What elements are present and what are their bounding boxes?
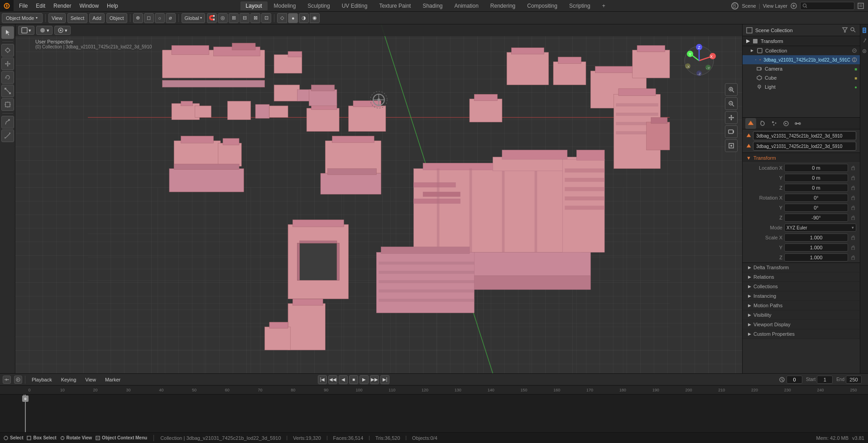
prop-icon-particles[interactable] bbox=[769, 118, 780, 129]
outliner-3dbag-item[interactable]: 3dbag_v21031_7425c21b_lod22_3d_591C bbox=[743, 55, 860, 64]
menu-edit[interactable]: Edit bbox=[32, 2, 49, 10]
menu-window[interactable]: Window bbox=[76, 2, 102, 10]
scale-x-lock[interactable] bbox=[850, 234, 856, 241]
outliner-camera-item[interactable]: Camera ■ bbox=[743, 64, 860, 73]
xray-btn[interactable]: ⊡ bbox=[261, 13, 271, 23]
tab-animation[interactable]: Animation bbox=[449, 1, 484, 10]
tl-keying-btn[interactable]: Keying bbox=[58, 376, 80, 383]
delta-transform-header[interactable]: ▶ Delta Transform bbox=[743, 263, 860, 272]
overlay-btn[interactable]: ⊠ bbox=[250, 13, 260, 23]
frame-all-btn[interactable] bbox=[725, 139, 738, 152]
tool-cursor[interactable] bbox=[1, 44, 14, 57]
rotation-y-field[interactable]: 0° bbox=[784, 204, 848, 212]
outliner-light-item[interactable]: Light ● bbox=[743, 82, 860, 91]
transform-pivot-btn[interactable]: ⊞ bbox=[229, 13, 239, 23]
play-btn[interactable]: ▶ bbox=[360, 375, 369, 384]
transform-section-header[interactable]: ▼ Transform bbox=[743, 153, 860, 163]
current-frame-input[interactable]: 0 bbox=[786, 376, 802, 384]
outliner-filter-btn[interactable] bbox=[842, 27, 848, 34]
object-name-field[interactable]: 3dbag_v21031_7425c21b_lod22_3d_5910 bbox=[753, 131, 856, 140]
start-frame-input[interactable]: 1 bbox=[817, 376, 833, 384]
viewport-3d[interactable]: ▾ ▾ ▾ User Perspective (0) Collection | … bbox=[15, 24, 742, 373]
prop-icon-physics[interactable] bbox=[781, 118, 791, 129]
view-layer-name[interactable]: View Layer bbox=[763, 3, 787, 9]
outliner-cube-item[interactable]: Cube ■ bbox=[743, 73, 860, 82]
search-bar[interactable] bbox=[800, 2, 854, 10]
stop-btn[interactable]: ■ bbox=[349, 375, 358, 384]
instancing-header[interactable]: ▶ Instancing bbox=[743, 291, 860, 300]
tab-add[interactable]: + bbox=[597, 1, 611, 10]
scene-name[interactable]: Scene bbox=[742, 3, 756, 9]
timeline-type-btn[interactable] bbox=[3, 376, 11, 384]
tab-layout[interactable]: Layout bbox=[240, 1, 268, 10]
location-z-field[interactable]: 0 m bbox=[784, 184, 848, 192]
location-x-field[interactable]: 0 m bbox=[784, 164, 848, 172]
next-keyframe-btn[interactable]: ▶▶ bbox=[370, 375, 379, 384]
looksdev-btn[interactable]: ◑ bbox=[299, 13, 309, 23]
tool-transform[interactable] bbox=[1, 98, 14, 111]
end-frame-input[interactable]: 250 bbox=[846, 376, 862, 384]
right-icon-view[interactable] bbox=[861, 46, 868, 56]
prop-icon-constraints[interactable] bbox=[792, 118, 803, 129]
rendered-btn[interactable]: ◉ bbox=[310, 13, 320, 23]
tool-measure[interactable] bbox=[1, 129, 14, 142]
snap-btn[interactable]: 🧲 bbox=[207, 13, 217, 23]
right-icon-item[interactable] bbox=[861, 25, 868, 35]
viewport-display-header[interactable]: ▶ Viewport Display bbox=[743, 320, 860, 329]
timeline-scrubber[interactable]: 0 bbox=[0, 395, 868, 432]
cursor-tool-btn[interactable]: ⊕ bbox=[133, 13, 143, 23]
tool-select[interactable] bbox=[1, 26, 14, 39]
global-transform-btn[interactable]: Global ▾ bbox=[182, 13, 206, 23]
scale-z-field[interactable]: 1.000 bbox=[784, 253, 848, 262]
add-menu-btn[interactable]: Add bbox=[89, 13, 105, 23]
view-type-btn[interactable]: ▾ bbox=[18, 26, 34, 35]
collections-header[interactable]: ▶ Collections bbox=[743, 282, 860, 291]
location-y-lock[interactable] bbox=[850, 175, 856, 181]
viewport-shading-btn[interactable]: ▾ bbox=[36, 26, 53, 35]
rotation-x-lock[interactable] bbox=[850, 195, 856, 201]
motion-paths-header[interactable]: ▶ Motion Paths bbox=[743, 301, 860, 310]
snapping-options-btn[interactable]: ⊟ bbox=[240, 13, 249, 23]
tab-scripting[interactable]: Scripting bbox=[564, 1, 596, 10]
tl-marker-btn[interactable]: Marker bbox=[101, 376, 124, 383]
scale-z-lock[interactable] bbox=[850, 254, 856, 261]
tool-annotate[interactable] bbox=[1, 116, 14, 129]
camera-view-btn[interactable] bbox=[725, 125, 738, 138]
object-menu-btn[interactable]: Object bbox=[106, 13, 127, 23]
prev-keyframe-btn[interactable]: ◀◀ bbox=[328, 375, 337, 384]
menu-help[interactable]: Help bbox=[103, 2, 122, 10]
location-x-lock[interactable] bbox=[850, 165, 856, 171]
scene-collection-row[interactable]: ▶ Transform bbox=[743, 36, 860, 46]
tool-scale[interactable] bbox=[1, 85, 14, 97]
outliner-search-btn[interactable] bbox=[850, 27, 856, 34]
proportional-edit-btn[interactable]: ◎ bbox=[218, 13, 228, 23]
tab-texture-paint[interactable]: Texture Paint bbox=[374, 1, 416, 10]
tab-uv-editing[interactable]: UV Editing bbox=[336, 1, 373, 10]
tl-playback-btn[interactable]: Playback bbox=[28, 376, 56, 383]
view-menu-btn[interactable]: View bbox=[48, 13, 66, 23]
rotation-z-field[interactable]: -90° bbox=[784, 214, 848, 222]
tool-rotate[interactable] bbox=[1, 71, 14, 84]
tab-rendering[interactable]: Rendering bbox=[485, 1, 521, 10]
outliner-collection-item[interactable]: Collection bbox=[743, 46, 860, 55]
navigation-gizmo[interactable]: X Y Z -X -Y -Z bbox=[681, 43, 717, 79]
custom-properties-header[interactable]: ▶ Custom Properties bbox=[743, 329, 860, 338]
wireframe-btn[interactable]: ◇ bbox=[277, 13, 287, 23]
timeline-anim-type-btn[interactable] bbox=[14, 376, 22, 384]
scale-y-lock[interactable] bbox=[850, 244, 856, 251]
tab-sculpting[interactable]: Sculpting bbox=[302, 1, 335, 10]
relations-header[interactable]: ▶ Relations bbox=[743, 272, 860, 281]
scale-y-field[interactable]: 1.000 bbox=[784, 243, 848, 252]
select-lasso-btn[interactable]: ⌀ bbox=[166, 13, 176, 23]
tab-shading[interactable]: Shading bbox=[417, 1, 448, 10]
select-circle-btn[interactable]: ○ bbox=[155, 13, 165, 23]
solid-btn[interactable]: ● bbox=[288, 13, 298, 23]
object-data-name-field[interactable]: 3dbag_v21031_7425c21b_lod22_3d_5910 bbox=[753, 142, 856, 151]
play-reverse-btn[interactable]: ◀ bbox=[339, 375, 348, 384]
rotation-y-lock[interactable] bbox=[850, 205, 856, 211]
prop-icon-object[interactable] bbox=[745, 118, 756, 129]
viewport-overlay-btn[interactable]: ▾ bbox=[54, 26, 71, 35]
object-mode-btn[interactable]: Object Mode ▾ bbox=[2, 13, 43, 23]
rotation-mode-dropdown[interactable]: XYZ Euler ▾ bbox=[784, 224, 856, 232]
menu-render[interactable]: Render bbox=[50, 2, 75, 10]
